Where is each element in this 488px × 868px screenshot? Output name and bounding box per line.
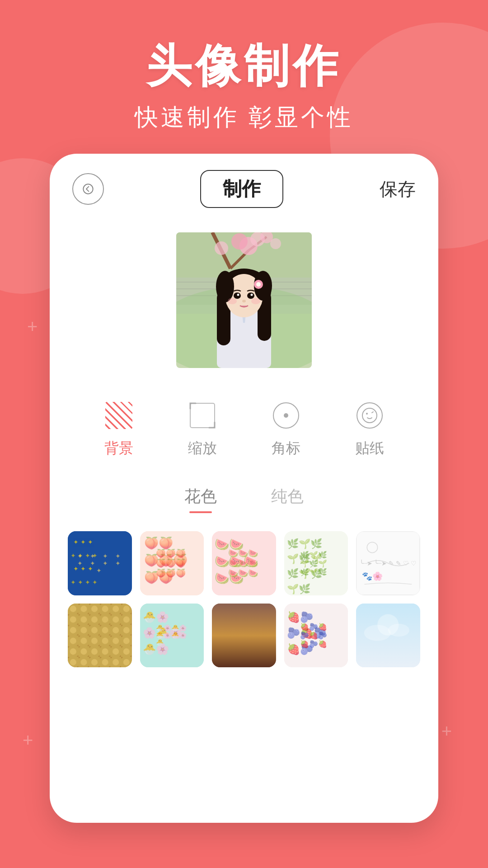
svg-point-31 bbox=[242, 300, 246, 302]
svg-text:✦ ✦ ✦: ✦ ✦ ✦ bbox=[73, 565, 93, 572]
tool-badge[interactable]: 角标 bbox=[270, 400, 302, 458]
svg-text:🐣🌸: 🐣🌸 bbox=[142, 642, 169, 655]
background-grid: ✦ ✦ ✦ ✦ ✦ ✦ ✦ ✦ ✦ ✦ ✦ ✦ ✦ ✦ 🍑🍑 🍑🍑🍑 🍑🍑 🍉🍉… bbox=[50, 518, 438, 681]
photo-preview bbox=[176, 232, 312, 368]
svg-point-11 bbox=[270, 238, 281, 249]
bg-thumb-brown-gradient[interactable] bbox=[212, 604, 276, 668]
svg-text:🍉🍉: 🍉🍉 bbox=[215, 571, 244, 585]
svg-point-30 bbox=[251, 294, 253, 296]
bg-thumb-blue-stars[interactable]: ✦ ✦ ✦ ✦ ✦ ✦ ✦ ✦ ✦ ✦ ✦ ✦ ✦ ✦ bbox=[68, 531, 132, 595]
bg-thumb-gold-pattern[interactable] bbox=[68, 604, 132, 668]
svg-text:🌿🌱🌿: 🌿🌱🌿 bbox=[287, 568, 323, 580]
bg-thumb-peach[interactable]: 🍑🍑 🍑🍑🍑 🍑🍑 bbox=[140, 531, 204, 595]
bg-thumb-berry[interactable]: 🍓🫐 🫐🍓🫐 🍓🫐 bbox=[284, 604, 348, 668]
tools-row: 背景 缩放 角标 bbox=[50, 386, 438, 472]
tab-solid-label: 纯色 bbox=[271, 486, 304, 508]
tool-sticker[interactable]: 贴纸 bbox=[354, 400, 385, 458]
svg-point-35 bbox=[362, 408, 377, 423]
svg-rect-67 bbox=[212, 604, 276, 668]
tool-background[interactable]: 背景 bbox=[103, 400, 135, 458]
deco-plus-2: + bbox=[441, 721, 452, 741]
svg-text:🌸🐣🌸: 🌸🐣🌸 bbox=[142, 627, 182, 639]
svg-text:✦ ✦ ✦ ✦: ✦ ✦ ✦ ✦ bbox=[70, 579, 98, 586]
svg-rect-62 bbox=[68, 604, 132, 668]
tab-pattern-label: 花色 bbox=[184, 486, 217, 508]
hatch-icon bbox=[105, 402, 132, 429]
svg-text:✦ ✦ ✦: ✦ ✦ ✦ bbox=[73, 538, 93, 546]
header-title: 头像制作 bbox=[0, 36, 488, 97]
circle-icon bbox=[273, 402, 299, 429]
tool-background-label: 背景 bbox=[104, 439, 133, 458]
svg-text:🐣🌸: 🐣🌸 bbox=[142, 610, 169, 623]
tab-pattern[interactable]: 花色 bbox=[184, 486, 217, 513]
svg-point-26 bbox=[256, 282, 261, 287]
back-button[interactable] bbox=[72, 173, 104, 205]
svg-text:✦ ✦ ✦ ✦: ✦ ✦ ✦ ✦ bbox=[70, 552, 98, 559]
svg-point-33 bbox=[251, 298, 260, 304]
svg-text:🍓🫐: 🍓🫐 bbox=[287, 642, 314, 655]
header-area: 头像制作 快速制作 彰显个性 bbox=[0, 36, 488, 133]
svg-point-8 bbox=[231, 233, 248, 250]
deco-plus-1: + bbox=[27, 316, 38, 337]
svg-point-10 bbox=[215, 241, 228, 255]
bg-thumb-sky-gradient[interactable] bbox=[356, 604, 420, 668]
bg-thumb-doodle[interactable]: 🐾🌸 bbox=[356, 531, 420, 595]
photo-area bbox=[50, 232, 438, 368]
phone-topbar: 制作 保存 bbox=[50, 154, 438, 219]
circle-dot bbox=[284, 413, 288, 418]
svg-point-29 bbox=[237, 294, 239, 296]
tool-badge-label: 角标 bbox=[272, 439, 300, 458]
tab-solid[interactable]: 纯色 bbox=[271, 486, 304, 513]
tool-zoom[interactable]: 缩放 bbox=[187, 400, 218, 458]
svg-text:🌱🌿: 🌱🌿 bbox=[287, 583, 311, 595]
svg-rect-34 bbox=[190, 403, 215, 428]
zoom-icon bbox=[189, 402, 216, 429]
tab-row: 花色 纯色 bbox=[50, 486, 438, 513]
svg-text:🍉🍉🍉: 🍉🍉🍉 bbox=[215, 554, 258, 569]
svg-point-75 bbox=[388, 623, 409, 636]
header-subtitle: 快速制作 彰显个性 bbox=[0, 102, 488, 133]
svg-text:🍑🍑: 🍑🍑 bbox=[144, 536, 174, 550]
svg-point-28 bbox=[247, 292, 254, 299]
bg-thumb-watermelon[interactable]: 🍉🍉 🍉🍉🍉 🍉🍉 bbox=[212, 531, 276, 595]
svg-point-27 bbox=[234, 292, 241, 299]
bg-thumb-mint-cute[interactable]: 🐣🌸 🌸🐣🌸 🐣🌸 bbox=[140, 604, 204, 668]
svg-text:🍑🍑🍑: 🍑🍑🍑 bbox=[144, 553, 188, 567]
smiley-icon bbox=[357, 402, 383, 429]
tab-pattern-underline bbox=[189, 511, 212, 513]
phone-mockup: 制作 保存 bbox=[50, 154, 438, 823]
title-box: 制作 bbox=[200, 170, 283, 208]
deco-plus-3: + bbox=[23, 730, 33, 750]
tool-zoom-label: 缩放 bbox=[188, 439, 217, 458]
back-icon bbox=[81, 182, 95, 196]
svg-point-74 bbox=[364, 625, 391, 641]
svg-point-23 bbox=[216, 271, 234, 302]
save-button[interactable]: 保存 bbox=[380, 177, 416, 202]
tool-sticker-label: 贴纸 bbox=[355, 439, 384, 458]
svg-text:🫐🍓🫐: 🫐🍓🫐 bbox=[287, 627, 327, 639]
svg-text:🍑🍑: 🍑🍑 bbox=[144, 570, 174, 585]
svg-text:🌿🌱🌿: 🌿🌱🌿 bbox=[287, 538, 323, 550]
svg-text:🍉🍉: 🍉🍉 bbox=[215, 537, 244, 552]
svg-rect-55 bbox=[357, 532, 420, 595]
photo-frame bbox=[176, 232, 312, 368]
bg-thumb-botanical[interactable]: 🌿🌱🌿 🌱🌿🌱 🌿🌱🌿 🌱🌿 bbox=[284, 531, 348, 595]
svg-text:🐾🌸: 🐾🌸 bbox=[362, 571, 383, 581]
svg-point-36 bbox=[366, 413, 368, 415]
svg-point-32 bbox=[228, 298, 237, 304]
svg-text:🍓🫐: 🍓🫐 bbox=[287, 610, 314, 623]
svg-text:🌱🌿🌱: 🌱🌿🌱 bbox=[287, 553, 323, 565]
smiley-face-icon bbox=[361, 407, 378, 424]
